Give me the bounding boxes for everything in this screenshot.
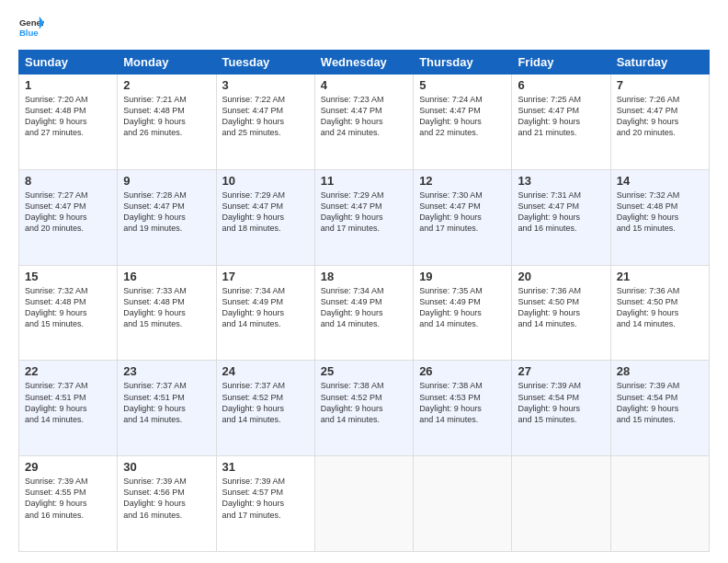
svg-text:Blue: Blue — [19, 28, 39, 38]
day-cell: 24 Sunrise: 7:37 AM Sunset: 4:52 PM Dayl… — [216, 361, 314, 456]
day-info: Sunrise: 7:39 AM Sunset: 4:54 PM Dayligh… — [617, 380, 703, 425]
day-info: Sunrise: 7:25 AM Sunset: 4:47 PM Dayligh… — [518, 94, 604, 139]
calendar-body: 1 Sunrise: 7:20 AM Sunset: 4:48 PM Dayli… — [19, 75, 710, 552]
day-cell: 1 Sunrise: 7:20 AM Sunset: 4:48 PM Dayli… — [19, 75, 118, 170]
day-number: 1 — [25, 78, 111, 92]
day-cell: 7 Sunrise: 7:26 AM Sunset: 4:47 PM Dayli… — [610, 75, 709, 170]
day-number: 14 — [617, 174, 703, 188]
day-info: Sunrise: 7:36 AM Sunset: 4:50 PM Dayligh… — [518, 285, 604, 330]
day-cell: 22 Sunrise: 7:37 AM Sunset: 4:51 PM Dayl… — [19, 361, 118, 456]
week-row-1: 1 Sunrise: 7:20 AM Sunset: 4:48 PM Dayli… — [19, 75, 710, 170]
day-number: 19 — [419, 270, 506, 283]
day-number: 27 — [518, 364, 604, 378]
day-info: Sunrise: 7:34 AM Sunset: 4:49 PM Dayligh… — [321, 285, 407, 330]
day-number: 30 — [123, 460, 210, 474]
header-sunday: Sunday — [19, 51, 118, 75]
day-cell: 23 Sunrise: 7:37 AM Sunset: 4:51 PM Dayl… — [118, 361, 216, 456]
header: General Blue — [18, 15, 710, 40]
day-info: Sunrise: 7:37 AM Sunset: 4:52 PM Dayligh… — [222, 380, 309, 425]
day-info: Sunrise: 7:31 AM Sunset: 4:47 PM Dayligh… — [518, 190, 604, 235]
day-number: 24 — [222, 364, 309, 378]
day-cell: 18 Sunrise: 7:34 AM Sunset: 4:49 PM Dayl… — [314, 265, 413, 361]
day-number: 23 — [123, 364, 210, 378]
day-cell: 5 Sunrise: 7:24 AM Sunset: 4:47 PM Dayli… — [414, 75, 512, 170]
day-number: 11 — [321, 174, 407, 188]
day-info: Sunrise: 7:38 AM Sunset: 4:52 PM Dayligh… — [321, 380, 407, 425]
day-number: 15 — [25, 270, 111, 283]
day-info: Sunrise: 7:28 AM Sunset: 4:47 PM Dayligh… — [123, 190, 210, 235]
day-info: Sunrise: 7:23 AM Sunset: 4:47 PM Dayligh… — [321, 94, 407, 139]
day-info: Sunrise: 7:39 AM Sunset: 4:57 PM Dayligh… — [222, 476, 309, 521]
day-number: 17 — [222, 270, 309, 283]
day-cell: 25 Sunrise: 7:38 AM Sunset: 4:52 PM Dayl… — [314, 361, 413, 456]
day-info: Sunrise: 7:38 AM Sunset: 4:53 PM Dayligh… — [419, 380, 506, 425]
day-info: Sunrise: 7:39 AM Sunset: 4:55 PM Dayligh… — [25, 476, 111, 521]
day-cell: 27 Sunrise: 7:39 AM Sunset: 4:54 PM Dayl… — [512, 361, 610, 456]
day-info: Sunrise: 7:27 AM Sunset: 4:47 PM Dayligh… — [25, 190, 111, 235]
day-number: 13 — [518, 174, 604, 188]
week-row-4: 22 Sunrise: 7:37 AM Sunset: 4:51 PM Dayl… — [19, 361, 710, 456]
logo: General Blue — [18, 15, 48, 40]
day-number: 26 — [419, 364, 506, 378]
day-number: 2 — [123, 78, 210, 92]
day-cell — [512, 456, 610, 552]
day-info: Sunrise: 7:24 AM Sunset: 4:47 PM Dayligh… — [419, 94, 506, 139]
day-number: 21 — [617, 270, 703, 283]
header-thursday: Thursday — [414, 51, 512, 75]
week-row-5: 29 Sunrise: 7:39 AM Sunset: 4:55 PM Dayl… — [19, 456, 710, 552]
day-number: 25 — [321, 364, 407, 378]
day-number: 12 — [419, 174, 506, 188]
day-cell: 11 Sunrise: 7:29 AM Sunset: 4:47 PM Dayl… — [314, 169, 413, 265]
header-wednesday: Wednesday — [314, 51, 413, 75]
day-cell: 2 Sunrise: 7:21 AM Sunset: 4:48 PM Dayli… — [118, 75, 216, 170]
day-number: 31 — [222, 460, 309, 474]
day-number: 22 — [25, 364, 111, 378]
header-monday: Monday — [118, 51, 216, 75]
day-info: Sunrise: 7:29 AM Sunset: 4:47 PM Dayligh… — [222, 190, 309, 235]
day-number: 8 — [25, 174, 111, 188]
day-number: 10 — [222, 174, 309, 188]
day-cell: 20 Sunrise: 7:36 AM Sunset: 4:50 PM Dayl… — [512, 265, 610, 361]
day-cell: 29 Sunrise: 7:39 AM Sunset: 4:55 PM Dayl… — [19, 456, 118, 552]
day-number: 18 — [321, 270, 407, 283]
week-row-2: 8 Sunrise: 7:27 AM Sunset: 4:47 PM Dayli… — [19, 169, 710, 265]
day-info: Sunrise: 7:32 AM Sunset: 4:48 PM Dayligh… — [617, 190, 703, 235]
day-number: 5 — [419, 78, 506, 92]
day-info: Sunrise: 7:22 AM Sunset: 4:47 PM Dayligh… — [222, 94, 309, 139]
day-number: 3 — [222, 78, 309, 92]
header-friday: Friday — [512, 51, 610, 75]
day-info: Sunrise: 7:35 AM Sunset: 4:49 PM Dayligh… — [419, 285, 506, 330]
day-number: 20 — [518, 270, 604, 283]
day-cell: 9 Sunrise: 7:28 AM Sunset: 4:47 PM Dayli… — [118, 169, 216, 265]
day-number: 29 — [25, 460, 111, 474]
day-info: Sunrise: 7:34 AM Sunset: 4:49 PM Dayligh… — [222, 285, 309, 330]
day-info: Sunrise: 7:37 AM Sunset: 4:51 PM Dayligh… — [25, 380, 111, 425]
header-tuesday: Tuesday — [216, 51, 314, 75]
logo-icon: General Blue — [18, 15, 44, 40]
day-number: 28 — [617, 364, 703, 378]
day-number: 4 — [321, 78, 407, 92]
day-info: Sunrise: 7:29 AM Sunset: 4:47 PM Dayligh… — [321, 190, 407, 235]
weekday-header-row: Sunday Monday Tuesday Wednesday Thursday… — [19, 51, 710, 75]
day-number: 16 — [123, 270, 210, 283]
day-cell: 4 Sunrise: 7:23 AM Sunset: 4:47 PM Dayli… — [314, 75, 413, 170]
day-number: 7 — [617, 78, 703, 92]
day-info: Sunrise: 7:26 AM Sunset: 4:47 PM Dayligh… — [617, 94, 703, 139]
day-info: Sunrise: 7:39 AM Sunset: 4:56 PM Dayligh… — [123, 476, 210, 521]
day-cell: 28 Sunrise: 7:39 AM Sunset: 4:54 PM Dayl… — [610, 361, 709, 456]
day-info: Sunrise: 7:20 AM Sunset: 4:48 PM Dayligh… — [25, 94, 111, 139]
week-row-3: 15 Sunrise: 7:32 AM Sunset: 4:48 PM Dayl… — [19, 265, 710, 361]
day-info: Sunrise: 7:32 AM Sunset: 4:48 PM Dayligh… — [25, 285, 111, 330]
day-cell: 13 Sunrise: 7:31 AM Sunset: 4:47 PM Dayl… — [512, 169, 610, 265]
day-info: Sunrise: 7:33 AM Sunset: 4:48 PM Dayligh… — [123, 285, 210, 330]
calendar-table: Sunday Monday Tuesday Wednesday Thursday… — [18, 50, 710, 552]
day-cell — [610, 456, 709, 552]
day-cell: 12 Sunrise: 7:30 AM Sunset: 4:47 PM Dayl… — [414, 169, 512, 265]
day-info: Sunrise: 7:36 AM Sunset: 4:50 PM Dayligh… — [617, 285, 703, 330]
day-cell: 6 Sunrise: 7:25 AM Sunset: 4:47 PM Dayli… — [512, 75, 610, 170]
day-number: 9 — [123, 174, 210, 188]
day-cell: 30 Sunrise: 7:39 AM Sunset: 4:56 PM Dayl… — [118, 456, 216, 552]
day-cell: 21 Sunrise: 7:36 AM Sunset: 4:50 PM Dayl… — [610, 265, 709, 361]
day-cell: 17 Sunrise: 7:34 AM Sunset: 4:49 PM Dayl… — [216, 265, 314, 361]
day-cell: 8 Sunrise: 7:27 AM Sunset: 4:47 PM Dayli… — [19, 169, 118, 265]
